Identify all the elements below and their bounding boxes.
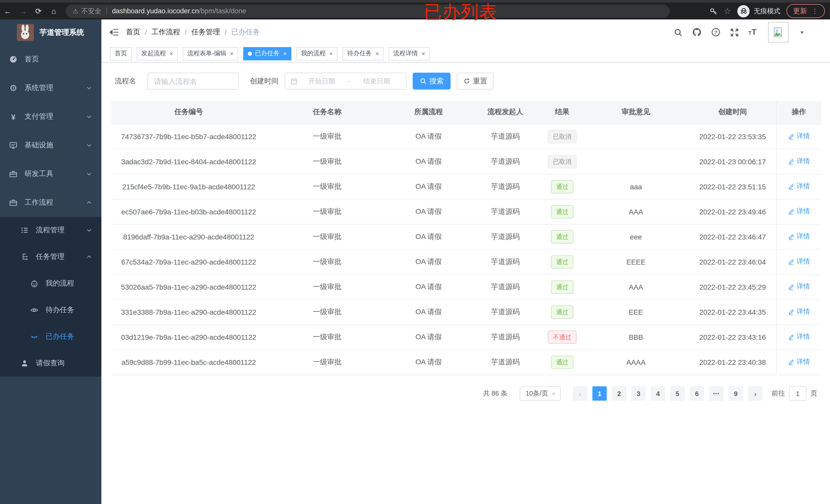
avatar-caret-icon[interactable]: ▾ [801, 29, 803, 36]
detail-button[interactable]: 详情 [788, 132, 810, 141]
process-name-input[interactable] [148, 73, 238, 90]
search-icon[interactable] [674, 28, 682, 37]
font-size-icon[interactable]: TT [748, 28, 757, 37]
detail-label: 详情 [797, 332, 810, 341]
sidebar-item-home[interactable]: 首页 [0, 45, 101, 74]
tab-home[interactable]: 首页 [110, 47, 132, 60]
date-range-input[interactable]: 开始日期 - 结束日期 [285, 73, 407, 90]
detail-button[interactable]: 详情 [788, 358, 810, 367]
tab-process-form-edit[interactable]: 流程表单-编辑 × [183, 47, 238, 60]
detail-button[interactable]: 详情 [788, 282, 810, 292]
cell-process: OA 请假 [388, 199, 469, 224]
sidebar-item-payment[interactable]: ¥ 支付管理 [0, 102, 101, 131]
github-icon[interactable] [692, 28, 701, 37]
prev-page-button[interactable]: ‹ [573, 386, 587, 401]
page-size-select[interactable]: 10条/页 ▾ [520, 386, 561, 401]
cell-actions: 详情 [776, 274, 821, 299]
page-button-3[interactable]: 3 [631, 386, 646, 401]
col-starter: 流程发起人 [469, 101, 542, 124]
sidebar-item-leave-query[interactable]: 请假查询 [0, 350, 101, 377]
goto-page-input[interactable] [789, 386, 806, 401]
cell-process: OA 请假 [388, 124, 469, 149]
cell-result: 已取消 [542, 124, 583, 149]
address-bar[interactable]: ⚠ 不安全 dashboard.yudao.iocoder.cn /bpm/ta… [66, 4, 670, 18]
avatar[interactable] [768, 22, 789, 42]
sidebar-item-workflow[interactable]: 工作流程 [0, 188, 101, 217]
detail-button[interactable]: 详情 [788, 157, 810, 166]
close-icon[interactable]: × [421, 50, 425, 57]
dashboard-icon [9, 55, 18, 63]
reset-button[interactable]: 重置 [457, 73, 493, 90]
close-icon[interactable]: × [230, 50, 233, 57]
table-row: 74736737-7b9b-11ec-b5b7-acde48001122 一级审… [111, 124, 821, 149]
search-button[interactable]: 搜索 [413, 73, 451, 90]
page-button-2[interactable]: 2 [612, 386, 626, 401]
workflow-submenu: 流程管理 任务管理 我的流程 待办任务 [0, 217, 101, 377]
browser-forward-icon[interactable]: → [15, 7, 31, 15]
done-task-table: 任务编号 任务名称 所属流程 流程发起人 结果 审批意见 创建时间 操作 747… [111, 101, 821, 375]
sidebar-item-todo-task[interactable]: 待办任务 [0, 297, 101, 324]
page-ellipsis-button[interactable]: ••• [709, 386, 724, 401]
sidebar-item-process-mgmt[interactable]: 流程管理 [0, 217, 101, 243]
sidebar-item-task-mgmt[interactable]: 任务管理 [0, 243, 101, 270]
cell-task-name: 一级审批 [266, 124, 388, 149]
browser-home-icon[interactable]: ⌂ [46, 7, 61, 15]
page-button-1[interactable]: 1 [593, 386, 607, 401]
bookmark-star-icon[interactable]: ☆ [724, 7, 731, 15]
tab-done-task[interactable]: 已办任务 × [243, 47, 291, 60]
sidebar-item-done-task[interactable]: 已办任务 [0, 324, 101, 350]
breadcrumb-workflow[interactable]: 工作流程 [152, 28, 180, 37]
browser-refresh-icon[interactable]: ⟳ [31, 6, 46, 15]
sidebar: 芋道管理系统 首页 ⚙ 系统管理 ¥ 支付管理 基础设施 [0, 20, 101, 504]
sidebar-item-infrastructure[interactable]: 基础设施 [0, 131, 101, 160]
detail-button[interactable]: 详情 [788, 257, 810, 266]
cell-created: 2022-01-22 23:53:35 [689, 124, 776, 149]
sidebar-item-my-process[interactable]: 我的流程 [0, 270, 101, 297]
page-button-6[interactable]: 6 [690, 386, 704, 401]
monitor-icon [9, 141, 18, 149]
hamburger-icon[interactable] [109, 27, 119, 37]
browser-menu-dots-icon[interactable]: ⋮ [811, 7, 818, 15]
page-button-5[interactable]: 5 [670, 386, 684, 401]
app-logo-row[interactable]: 芋道管理系统 [0, 20, 101, 45]
security-label[interactable]: 不安全 [82, 6, 101, 15]
tab-label: 发起流程 [141, 49, 166, 58]
next-page-button[interactable]: › [748, 386, 762, 401]
sidebar-item-system[interactable]: ⚙ 系统管理 [0, 74, 101, 102]
tab-process-detail[interactable]: 流程详情 × [389, 47, 429, 60]
close-icon[interactable]: × [169, 50, 173, 57]
tab-start-process[interactable]: 发起流程 × [137, 47, 178, 60]
cell-opinion: AAA [583, 274, 689, 299]
detail-button[interactable]: 详情 [788, 207, 810, 216]
svg-text:?: ? [714, 30, 717, 35]
browser-update-button[interactable]: 更新 ⋮ [787, 4, 825, 18]
tab-my-process[interactable]: 我的流程 × [296, 47, 338, 60]
chevron-down-icon [86, 227, 92, 233]
browser-back-icon[interactable]: ← [0, 7, 15, 15]
close-icon[interactable]: × [375, 50, 379, 57]
tab-todo-task[interactable]: 待办任务 × [343, 47, 384, 60]
sidebar-item-devtools[interactable]: 研发工具 [0, 160, 101, 188]
fullscreen-icon[interactable] [730, 28, 739, 37]
flow-tree-icon [21, 253, 29, 261]
chevron-down-icon [86, 85, 92, 91]
navbar-actions: ? TT ▾ [674, 20, 803, 45]
breadcrumb-separator: / [185, 28, 187, 36]
password-key-icon[interactable] [709, 7, 717, 15]
page-button-9[interactable]: 9 [729, 386, 743, 401]
url-host: dashboard.yudao.iocoder.cn [112, 7, 199, 15]
detail-button[interactable]: 详情 [788, 307, 810, 316]
cell-process: OA 请假 [388, 325, 469, 349]
cell-task-id: 8196daff-7b9a-11ec-a290-acde48001122 [111, 224, 266, 249]
breadcrumb-home[interactable]: 首页 [126, 28, 140, 37]
detail-button[interactable]: 详情 [788, 332, 810, 341]
status-badge: 不通过 [548, 330, 577, 344]
detail-button[interactable]: 详情 [788, 182, 810, 191]
help-icon[interactable]: ? [711, 28, 720, 37]
detail-label: 详情 [797, 132, 810, 141]
page-button-4[interactable]: 4 [651, 386, 665, 401]
breadcrumb-task-mgmt[interactable]: 任务管理 [191, 28, 220, 37]
close-icon[interactable]: × [283, 50, 287, 57]
close-icon[interactable]: × [329, 50, 333, 57]
detail-button[interactable]: 详情 [788, 232, 810, 241]
